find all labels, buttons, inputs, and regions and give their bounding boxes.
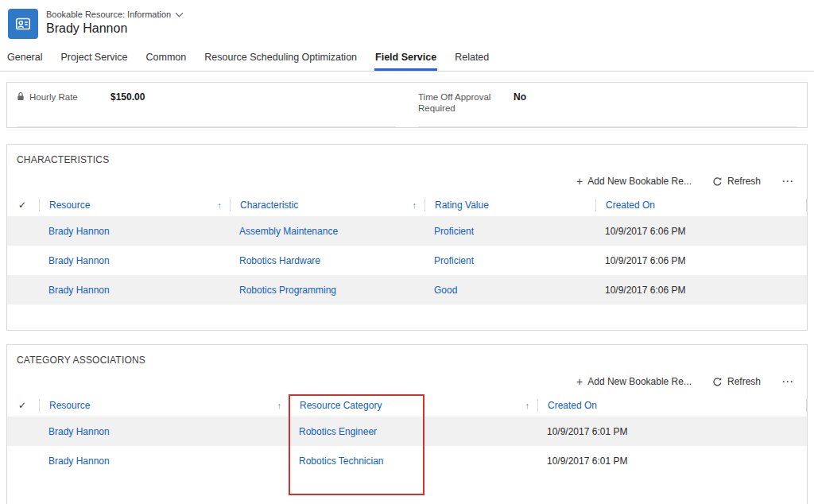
column-header-resource-category[interactable]: Resource Category ↑ bbox=[289, 399, 537, 412]
plus-icon: + bbox=[576, 176, 583, 187]
characteristic-cell[interactable]: Robotics Programming bbox=[230, 285, 424, 296]
sort-asc-icon: ↑ bbox=[413, 200, 417, 210]
title-block: Bookable Resource: Information Brady Han… bbox=[46, 9, 182, 36]
page-header: Bookable Resource: Information Brady Han… bbox=[0, 0, 814, 39]
resource-cell[interactable]: Brady Hannon bbox=[39, 426, 289, 437]
created-on-cell: 10/9/2017 6:06 PM bbox=[595, 226, 807, 237]
bookable-resource-page: Bookable Resource: Information Brady Han… bbox=[0, 0, 814, 504]
category-associations-table-header: ✓ Resource ↑ Resource Category ↑ Created… bbox=[7, 394, 807, 417]
characteristics-section-title: CHARACTERISTICS bbox=[7, 145, 807, 165]
tab-common[interactable]: Common bbox=[145, 52, 188, 71]
contact-card-icon bbox=[14, 15, 32, 33]
refresh-button-label: Refresh bbox=[727, 376, 761, 387]
column-label: Rating Value bbox=[435, 200, 489, 211]
characteristics-table-header: ✓ Resource ↑ Characteristic ↑ Rating Val… bbox=[7, 194, 807, 216]
time-off-approval-label: Time Off Approval Required bbox=[418, 91, 498, 114]
form-tab-bar: General Project Service Common Resource … bbox=[0, 52, 814, 72]
resource-category-cell[interactable]: Robotics Engineer bbox=[289, 426, 537, 437]
more-icon: ⋯ bbox=[781, 174, 794, 188]
column-header-created-on[interactable]: Created On bbox=[537, 399, 807, 412]
tab-resource-scheduling-optimization[interactable]: Resource Scheduling Optimization bbox=[204, 52, 358, 71]
sort-asc-icon: ↑ bbox=[525, 401, 530, 410]
time-off-approval-value[interactable]: No bbox=[514, 89, 526, 103]
tab-general[interactable]: General bbox=[6, 52, 43, 71]
created-on-cell: 10/9/2017 6:01 PM bbox=[537, 456, 807, 467]
column-header-characteristic[interactable]: Characteristic ↑ bbox=[230, 199, 424, 211]
record-type-label: Bookable Resource: Information bbox=[46, 10, 171, 19]
record-type-selector[interactable]: Bookable Resource: Information bbox=[46, 10, 182, 19]
characteristic-cell[interactable]: Assembly Maintenance bbox=[230, 226, 424, 237]
check-icon: ✓ bbox=[18, 200, 26, 211]
characteristic-cell[interactable]: Robotics Hardware bbox=[230, 255, 424, 266]
refresh-button-label: Refresh bbox=[727, 176, 761, 187]
tab-project-service[interactable]: Project Service bbox=[60, 52, 128, 71]
plus-icon: + bbox=[576, 376, 583, 387]
column-label: Resource bbox=[49, 400, 90, 411]
rating-value-cell[interactable]: Proficient bbox=[424, 226, 595, 237]
chevron-down-icon bbox=[176, 10, 184, 17]
add-new-bookable-resource-characteristic-button[interactable]: + Add New Bookable Re... bbox=[576, 176, 692, 187]
add-button-label: Add New Bookable Re... bbox=[587, 376, 692, 387]
resource-cell[interactable]: Brady Hannon bbox=[39, 226, 230, 237]
column-header-resource[interactable]: Resource ↑ bbox=[39, 199, 230, 211]
refresh-button[interactable]: Refresh bbox=[712, 376, 761, 387]
add-new-bookable-resource-category-button[interactable]: + Add New Bookable Re... bbox=[576, 376, 692, 387]
tab-related[interactable]: Related bbox=[454, 52, 490, 71]
more-commands-button[interactable]: ⋯ bbox=[781, 174, 794, 188]
refresh-icon bbox=[712, 377, 723, 387]
refresh-icon bbox=[712, 176, 723, 187]
rating-value-cell[interactable]: Proficient bbox=[424, 255, 595, 266]
column-label: Characteristic bbox=[240, 200, 298, 211]
column-label: Resource bbox=[49, 200, 90, 211]
created-on-cell: 10/9/2017 6:06 PM bbox=[595, 255, 807, 266]
characteristics-toolbar: + Add New Bookable Re... Refresh ⋯ bbox=[7, 172, 807, 191]
category-associations-section-title: CATEGORY ASSOCIATIONS bbox=[7, 345, 807, 366]
select-all-column-header[interactable]: ✓ bbox=[7, 199, 39, 211]
resource-cell[interactable]: Brady Hannon bbox=[39, 285, 230, 296]
table-row[interactable]: Brady Hannon Assembly Maintenance Profic… bbox=[7, 216, 807, 246]
rating-value-cell[interactable]: Good bbox=[424, 285, 595, 296]
column-label: Created On bbox=[606, 200, 655, 211]
category-associations-toolbar: + Add New Bookable Re... Refresh ⋯ bbox=[7, 372, 807, 391]
page-title: Brady Hannon bbox=[46, 21, 182, 36]
resource-cell[interactable]: Brady Hannon bbox=[39, 255, 230, 266]
created-on-cell: 10/9/2017 6:01 PM bbox=[537, 426, 807, 437]
column-label: Resource Category bbox=[300, 400, 382, 411]
more-commands-button[interactable]: ⋯ bbox=[781, 374, 794, 389]
summary-section: Hourly Rate $150.00 Time Off Approval Re… bbox=[6, 82, 808, 128]
resource-category-cell[interactable]: Robotics Technician bbox=[289, 456, 537, 467]
time-off-approval-field: Time Off Approval Required No bbox=[418, 89, 797, 127]
tab-field-service[interactable]: Field Service bbox=[374, 52, 437, 71]
created-on-cell: 10/9/2017 6:06 PM bbox=[595, 285, 807, 296]
lock-icon bbox=[17, 91, 25, 101]
hourly-rate-field: Hourly Rate $150.00 bbox=[17, 89, 396, 127]
column-header-created-on[interactable]: Created On bbox=[595, 199, 807, 211]
check-icon: ✓ bbox=[18, 400, 26, 411]
column-label: Created On bbox=[548, 400, 597, 411]
refresh-button[interactable]: Refresh bbox=[712, 176, 761, 187]
table-row[interactable]: Brady Hannon Robotics Hardware Proficien… bbox=[7, 246, 807, 275]
table-row[interactable]: Brady Hannon Robotics Technician 10/9/20… bbox=[7, 446, 807, 475]
hourly-rate-label-wrap: Hourly Rate bbox=[17, 89, 110, 103]
resource-cell[interactable]: Brady Hannon bbox=[39, 456, 289, 467]
sort-asc-icon: ↑ bbox=[277, 401, 282, 410]
category-associations-section: CATEGORY ASSOCIATIONS + Add New Bookable… bbox=[6, 344, 808, 504]
table-row[interactable]: Brady Hannon Robotics Engineer 10/9/2017… bbox=[7, 417, 807, 446]
time-off-approval-label-wrap: Time Off Approval Required bbox=[418, 89, 514, 114]
hourly-rate-label: Hourly Rate bbox=[29, 91, 78, 103]
hourly-rate-value[interactable]: $150.00 bbox=[110, 89, 145, 103]
more-icon: ⋯ bbox=[781, 374, 794, 389]
sort-asc-icon: ↑ bbox=[218, 200, 223, 210]
column-header-rating-value[interactable]: Rating Value bbox=[424, 199, 595, 211]
table-row[interactable]: Brady Hannon Robotics Programming Good 1… bbox=[7, 275, 807, 304]
bookable-resource-icon bbox=[8, 9, 38, 39]
add-button-label: Add New Bookable Re... bbox=[587, 176, 692, 187]
characteristics-section: CHARACTERISTICS + Add New Bookable Re...… bbox=[6, 144, 808, 331]
select-all-column-header[interactable]: ✓ bbox=[7, 399, 39, 412]
column-header-resource[interactable]: Resource ↑ bbox=[39, 399, 289, 412]
